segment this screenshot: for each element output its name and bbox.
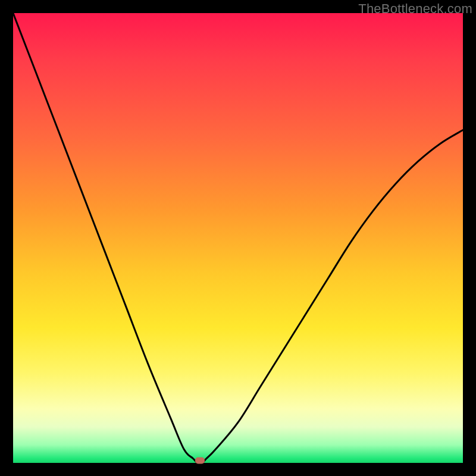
bottleneck-curve — [13, 13, 463, 463]
minimum-marker — [195, 458, 205, 464]
plot-area — [13, 13, 463, 463]
chart-frame: TheBottleneck.com — [0, 0, 476, 476]
